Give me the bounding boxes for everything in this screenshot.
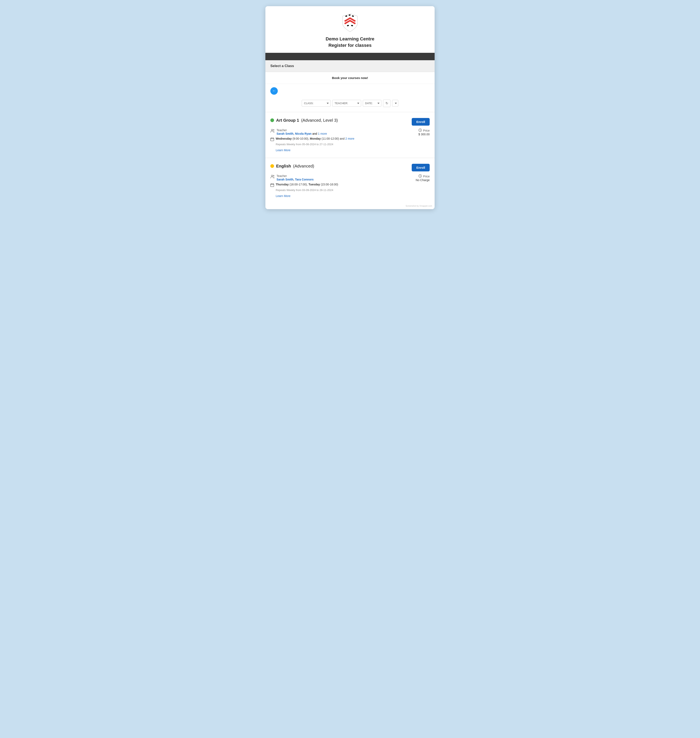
class-name: Art Group 1 (276, 118, 299, 123)
learn-more-link-english[interactable]: Learn More (276, 194, 291, 198)
learn-more-link-art[interactable]: Learn More (276, 148, 291, 152)
class-level: (Advanced, Level 3) (301, 118, 338, 123)
svg-point-5 (271, 129, 273, 131)
price-amount-english: No Charge (405, 178, 429, 182)
svg-point-6 (273, 129, 274, 131)
class-level-english: (Advanced) (293, 164, 314, 169)
content-area: Book your courses now! ← CLASS: TEACHER:… (265, 72, 435, 204)
clock-icon-english (419, 174, 422, 178)
svg-point-9 (271, 175, 273, 176)
teacher-icon (271, 129, 275, 134)
teacher-link-nicola[interactable]: Nicola Ryan (295, 132, 312, 135)
repeats-text-english: Repeats Weekly from 03-09-2024 to 28-11-… (276, 189, 405, 192)
class-filter-select[interactable]: CLASS: (302, 100, 331, 107)
class-info-english: Teacher Sarah Smith, Tara Connors (271, 174, 405, 198)
price-amount: $ 300.00 (405, 133, 429, 136)
class-info: Teacher Sarah Smith, Nicola Ryan and 1 m… (271, 129, 405, 152)
schedule-row: Wednesday (9:00-10:00), Monday (11:00-12… (271, 137, 405, 142)
class-card-art-group-1: Art Group 1 (Advanced, Level 3) Enroll (265, 112, 435, 158)
teacher-info-english: Teacher Sarah Smith, Tara Connors (276, 174, 313, 181)
calendar-icon (271, 137, 274, 142)
teacher-filter-select[interactable]: TEACHER: (332, 100, 361, 107)
class-title-row-english: English (Advanced) (271, 164, 314, 169)
price-section-art: Price $ 300.00 (405, 129, 429, 136)
teacher-names-english: Sarah Smith, Tara Connors (276, 178, 313, 181)
schedule-text-english: Thursday (16:00-17:00), Tuesday (15:00-1… (276, 183, 338, 186)
teacher-row: Teacher Sarah Smith, Nicola Ryan and 1 m… (271, 129, 405, 135)
teacher-label: Teacher (276, 129, 327, 132)
teacher-label-english: Teacher (276, 174, 313, 178)
price-row-english: Price (405, 174, 429, 178)
repeats-text: Repeats Weekly from 05-08-2024 to 27-11-… (276, 143, 405, 146)
price-row: Price (405, 129, 429, 133)
teacher-link-sarah[interactable]: Sarah Smith (276, 132, 293, 135)
class-card-header-english: English (Advanced) Enroll (271, 164, 429, 172)
nav-bar (265, 53, 435, 60)
watermark: Screenshot by Xmapper.com (265, 204, 435, 209)
class-card-english: English (Advanced) Enroll (265, 158, 435, 204)
book-now-text: Book your courses now! (265, 72, 435, 84)
back-button[interactable]: ← (271, 87, 278, 95)
svg-rect-7 (271, 138, 274, 141)
filters-row: CLASS: TEACHER: DATE: ↻ (265, 96, 435, 112)
teacher-icon-english (271, 175, 275, 179)
teacher-info: Teacher Sarah Smith, Nicola Ryan and 1 m… (276, 129, 327, 135)
teacher-link-sarah-english[interactable]: Sarah Smith (276, 178, 293, 181)
teachers-more-link[interactable]: 1 more (318, 132, 327, 135)
teacher-row-english: Teacher Sarah Smith, Tara Connors (271, 174, 405, 181)
section-title: Select a Class (271, 64, 294, 68)
teacher-link-tara[interactable]: Tara Connors (295, 178, 313, 181)
more-options-select[interactable] (392, 100, 398, 107)
enroll-button-art[interactable]: Enroll (412, 118, 429, 126)
class-title-row: Art Group 1 (Advanced, Level 3) (271, 118, 338, 123)
header: Demo Learning Centre Register for classe… (265, 6, 435, 53)
clock-icon (419, 129, 422, 133)
svg-rect-11 (271, 184, 274, 187)
teacher-names: Sarah Smith, Nicola Ryan and 1 more (276, 132, 327, 135)
price-label-english: Price (423, 175, 429, 178)
svg-point-10 (273, 175, 274, 176)
section-header: Select a Class (265, 60, 435, 72)
class-card-header: Art Group 1 (Advanced, Level 3) Enroll (271, 118, 429, 126)
schedule-row-english: Thursday (16:00-17:00), Tuesday (15:00-1… (271, 183, 405, 188)
main-card: Demo Learning Centre Register for classe… (265, 6, 435, 209)
class-body-english: Teacher Sarah Smith, Tara Connors (271, 174, 429, 198)
class-body: Teacher Sarah Smith, Nicola Ryan and 1 m… (271, 129, 429, 152)
back-row: ← (265, 84, 435, 96)
schedule-more-link[interactable]: 2 more (345, 137, 354, 140)
enroll-button-english[interactable]: Enroll (412, 164, 429, 172)
schedule-text: Wednesday (9:00-10:00), Monday (11:00-12… (276, 137, 354, 140)
calendar-icon-english (271, 183, 274, 188)
refresh-button[interactable]: ↻ (383, 100, 390, 107)
class-name-english: English (276, 164, 291, 169)
price-section-english: Price No Charge (405, 174, 429, 182)
status-dot-yellow (271, 164, 274, 168)
date-filter-select[interactable]: DATE: (363, 100, 381, 107)
status-dot-green (271, 118, 274, 122)
shield-logo (342, 13, 358, 32)
page-title: Demo Learning Centre Register for classe… (269, 36, 431, 49)
price-label: Price (423, 129, 429, 132)
